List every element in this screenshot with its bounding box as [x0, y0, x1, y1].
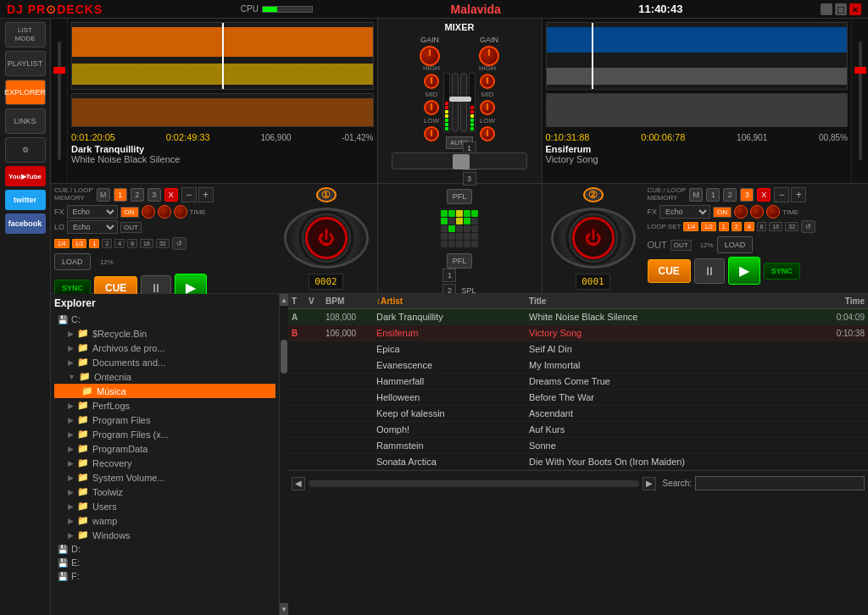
left-mem-x[interactable]: X: [164, 188, 178, 202]
tree-item[interactable]: ▶ 📁Program Files: [54, 413, 275, 427]
track-row[interactable]: Helloween Before The War: [288, 390, 868, 406]
right-out-button[interactable]: OUT: [670, 240, 692, 251]
tree-item[interactable]: ▶ 📁wamp: [54, 513, 275, 528]
right-pitch-fader[interactable]: [851, 19, 868, 183]
right-high-knob[interactable]: [480, 74, 495, 89]
tree-item[interactable]: ▶ 📁PerfLogs: [54, 398, 275, 413]
right-channel-fader[interactable]: [460, 73, 467, 132]
playlist-button[interactable]: PLAYLIST: [5, 51, 46, 76]
right-cue-button[interactable]: CUE: [648, 259, 691, 283]
left-fx-knob-2[interactable]: [158, 205, 171, 219]
tree-item[interactable]: 💾D:: [54, 542, 275, 556]
left-fx-knob-3[interactable]: [174, 205, 187, 219]
tree-item[interactable]: ▼ 📁Ontecnia: [54, 369, 275, 384]
right-fx-knob-2[interactable]: [750, 205, 764, 219]
list-mode-button[interactable]: LISTMODE: [5, 22, 46, 47]
tree-item[interactable]: 💾F:: [54, 569, 275, 583]
crossfader[interactable]: [392, 152, 527, 169]
left-mem-2[interactable]: 2: [131, 188, 144, 202]
tree-item[interactable]: 📁Música: [54, 384, 275, 398]
tree-item[interactable]: ▶ 📁$Recycle.Bin: [54, 326, 275, 341]
left-loop-reset-button[interactable]: ↺: [172, 237, 186, 250]
left-gain-knob[interactable]: [420, 46, 440, 66]
right-sync-button[interactable]: SYNC: [764, 263, 800, 280]
tree-item[interactable]: 💾E:: [54, 556, 275, 569]
maximize-button[interactable]: □: [835, 3, 847, 15]
left-high-knob[interactable]: [424, 74, 439, 89]
right-mem-2[interactable]: 2: [723, 188, 737, 202]
right-mem-m[interactable]: M: [689, 188, 703, 202]
left-loop-8[interactable]: 8: [127, 239, 137, 248]
track-row[interactable]: Epica Seif Al Din: [288, 341, 868, 357]
search-input[interactable]: [695, 476, 865, 490]
right-gain-knob[interactable]: [479, 46, 499, 66]
tree-item[interactable]: ▶ 📁Windows: [54, 528, 275, 542]
left-loop-1-4[interactable]: 1/4: [54, 239, 70, 248]
youtube-button[interactable]: You▶Tube: [5, 166, 46, 186]
right-power-button[interactable]: ⏻: [572, 217, 615, 259]
track-row[interactable]: Rammstein Sonne: [288, 438, 868, 454]
left-fx-on-button[interactable]: ON: [120, 207, 139, 218]
right-minus-btn[interactable]: −: [774, 187, 789, 202]
left-pitch-fader[interactable]: [51, 19, 68, 183]
right-loop-16[interactable]: 16: [769, 222, 782, 231]
left-loop-32[interactable]: 32: [156, 239, 170, 248]
right-fx-knob-3[interactable]: [766, 205, 780, 219]
left-fx-select[interactable]: Echo Flanger Wah: [67, 205, 118, 219]
right-loop-reset-button[interactable]: ↺: [801, 220, 815, 233]
close-button[interactable]: ×: [849, 3, 861, 15]
left-power-button[interactable]: ⏻: [305, 217, 348, 259]
right-low-knob[interactable]: [480, 126, 495, 141]
track-row[interactable]: A 108,000 Dark Tranquillity White Noise …: [288, 309, 868, 325]
left-out-button[interactable]: OUT: [120, 222, 142, 233]
left-minus-btn[interactable]: −: [181, 187, 197, 202]
right-pause-button[interactable]: ⏸: [694, 258, 725, 284]
tree-item[interactable]: ▶ 📁Archivos de pro...: [54, 341, 275, 355]
tree-item[interactable]: ▶ 📁Recovery: [54, 456, 275, 470]
left-channel-fader[interactable]: [452, 73, 459, 132]
right-loop-32[interactable]: 32: [785, 222, 798, 231]
right-mem-x[interactable]: X: [757, 188, 771, 202]
left-lo-select[interactable]: Echo Flanger Wah: [67, 220, 118, 234]
left-plus-btn[interactable]: +: [198, 187, 214, 202]
left-low-knob[interactable]: [424, 126, 439, 141]
tree-scroll-up[interactable]: ▲: [280, 294, 288, 306]
twitter-button[interactable]: twitter: [5, 190, 46, 210]
left-mid-knob[interactable]: [424, 100, 439, 115]
minimize-button[interactable]: _: [821, 3, 832, 15]
right-loop-1-2[interactable]: 1/2: [701, 222, 716, 231]
right-loop-8[interactable]: 8: [757, 222, 767, 231]
track-row[interactable]: Oomph! Auf Kurs: [288, 422, 868, 438]
right-loop-1-4[interactable]: 1/4: [683, 222, 698, 231]
right-loop-2[interactable]: 2: [732, 222, 742, 231]
h-scrollbar[interactable]: [309, 480, 639, 487]
right-mem-1[interactable]: 1: [706, 188, 720, 202]
right-spl-1[interactable]: 1: [442, 269, 456, 282]
h-scroll-right[interactable]: ▶: [643, 477, 656, 490]
tree-item[interactable]: ▶ 📁Program Files (x...: [54, 427, 275, 441]
left-mem-1[interactable]: 1: [114, 188, 127, 202]
tree-item[interactable]: ▶ 📁Documents and...: [54, 355, 275, 369]
track-row[interactable]: Hammerfall Dreams Come True: [288, 374, 868, 390]
right-load-button[interactable]: LOAD: [717, 236, 754, 253]
right-loop-1[interactable]: 1: [719, 222, 729, 231]
left-load-button[interactable]: LOAD: [54, 253, 91, 270]
right-turntable[interactable]: ⏻: [551, 208, 636, 269]
facebook-button[interactable]: facebook: [5, 213, 46, 234]
right-mem-3[interactable]: 3: [740, 188, 754, 202]
track-row[interactable]: B 106,000 Ensiferum Victory Song 0:10:38: [288, 325, 868, 341]
explorer-button[interactable]: EXPLORER: [5, 80, 46, 105]
tree-item[interactable]: ▶ 📁Users: [54, 499, 275, 513]
left-spl-3[interactable]: 3: [463, 172, 476, 186]
tree-scrollbar[interactable]: ▲ ▼: [280, 294, 288, 615]
left-fx-knob-1[interactable]: [142, 205, 155, 219]
tree-scroll-thumb[interactable]: [281, 340, 287, 374]
tree-scroll-down[interactable]: ▼: [280, 603, 288, 615]
track-row[interactable]: Evanescence My Immortal: [288, 357, 868, 374]
right-loop-4[interactable]: 4: [744, 222, 754, 231]
tree-item[interactable]: ▶ 📁ProgramData: [54, 441, 275, 456]
right-fx-knob-1[interactable]: [734, 205, 748, 219]
track-row[interactable]: Sonata Arctica Die With Your Boots On (I…: [288, 454, 868, 470]
left-mem-m[interactable]: M: [97, 188, 110, 202]
right-pfl-button[interactable]: PFL: [447, 253, 473, 269]
